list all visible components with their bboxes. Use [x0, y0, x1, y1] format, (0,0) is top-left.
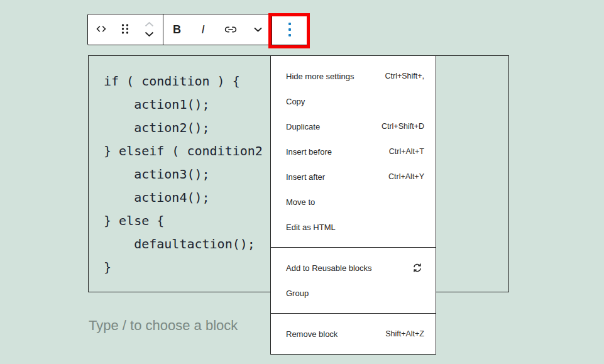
drag-handle-icon: [119, 23, 131, 37]
menu-item-label: Hide more settings: [286, 72, 354, 81]
more-formats-button[interactable]: [244, 14, 272, 45]
menu-item-group[interactable]: Group: [271, 280, 436, 306]
menu-section-reusable: Add to Reusable blocks Group: [271, 247, 436, 313]
menu-item-insert-before[interactable]: Insert before Ctrl+Alt+T: [271, 139, 436, 164]
menu-item-label: Remove block: [286, 329, 338, 339]
block-mover: [136, 14, 163, 45]
menu-item-remove-block[interactable]: Remove block Shift+Alt+Z: [271, 321, 436, 346]
menu-item-move-to[interactable]: Move to: [271, 189, 436, 214]
menu-item-label: Group: [286, 289, 309, 298]
menu-section-remove: Remove block Shift+Alt+Z: [271, 313, 436, 354]
move-up-button[interactable]: [144, 19, 155, 30]
link-button[interactable]: [217, 14, 244, 45]
italic-button[interactable]: I: [190, 14, 217, 45]
reusable-block-icon: [410, 261, 424, 275]
menu-item-label: Insert after: [286, 172, 325, 182]
chevron-down-icon: [144, 30, 155, 40]
block-toolbar: B I: [87, 14, 308, 45]
menu-item-label: Add to Reusable blocks: [286, 263, 372, 273]
menu-item-duplicate[interactable]: Duplicate Ctrl+Shift+D: [271, 114, 436, 139]
formatting-group: B I: [163, 14, 272, 45]
chevron-down-icon: [253, 25, 263, 35]
drag-handle[interactable]: [114, 14, 136, 45]
menu-item-shortcut: Ctrl+Alt+Y: [388, 172, 424, 181]
move-down-button[interactable]: [144, 30, 155, 40]
menu-item-label: Move to: [286, 197, 315, 207]
menu-item-label: Duplicate: [286, 122, 320, 131]
ellipsis-icon: [288, 21, 291, 38]
bold-icon: B: [173, 24, 181, 35]
menu-section-primary: Hide more settings Ctrl+Shift+, Copy Dup…: [271, 56, 436, 247]
menu-item-hide-more-settings[interactable]: Hide more settings Ctrl+Shift+,: [271, 63, 436, 89]
code-icon: [94, 21, 109, 38]
options-menu-button[interactable]: [272, 14, 307, 45]
menu-item-shortcut: Ctrl+Shift+,: [385, 72, 424, 80]
editor-canvas: { "colors": { "background": "#d2e2db", "…: [0, 0, 604, 364]
menu-item-label: Insert before: [286, 147, 332, 157]
chevron-up-icon: [144, 20, 155, 30]
menu-item-insert-after[interactable]: Insert after Ctrl+Alt+Y: [271, 164, 436, 189]
link-icon: [223, 21, 238, 38]
menu-item-label: Copy: [286, 97, 305, 106]
menu-item-add-to-reusable-blocks[interactable]: Add to Reusable blocks: [271, 255, 436, 280]
menu-item-shortcut: Shift+Alt+Z: [385, 329, 424, 338]
menu-item-copy[interactable]: Copy: [271, 89, 436, 114]
block-appender-placeholder[interactable]: Type / to choose a block: [89, 317, 238, 334]
block-type-button[interactable]: [88, 14, 114, 45]
italic-icon: I: [201, 24, 206, 35]
menu-item-label: Edit as HTML: [286, 223, 336, 232]
block-controls-group: [88, 14, 163, 45]
options-dropdown-menu: Hide more settings Ctrl+Shift+, Copy Dup…: [270, 55, 436, 355]
menu-item-shortcut: Ctrl+Alt+T: [389, 147, 424, 156]
menu-item-edit-as-html[interactable]: Edit as HTML: [271, 214, 436, 240]
menu-item-shortcut: Ctrl+Shift+D: [382, 122, 424, 131]
bold-button[interactable]: B: [163, 14, 190, 45]
